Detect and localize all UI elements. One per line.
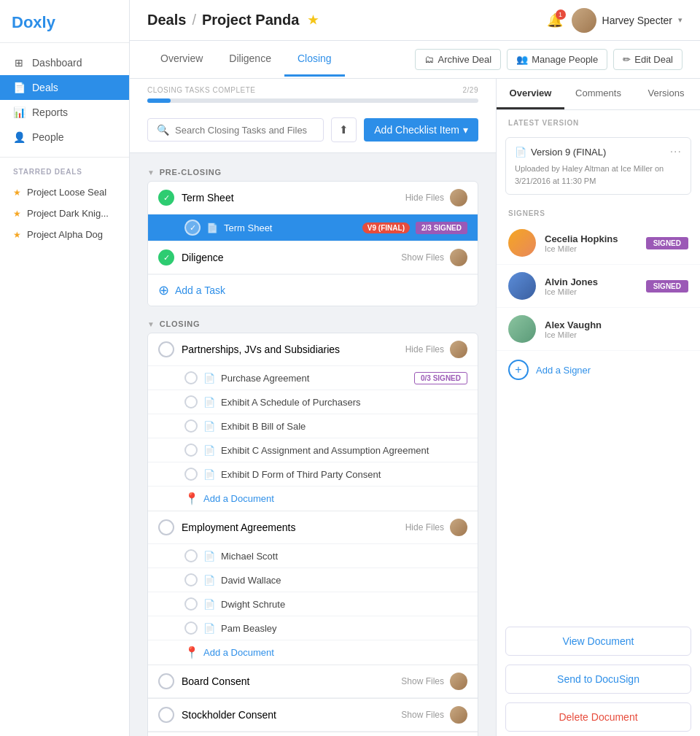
notification-button[interactable]: 🔔 1 (547, 12, 563, 28)
hide-files-toggle[interactable]: Hide Files (405, 193, 444, 203)
sidebar-item-deals[interactable]: 📄 Deals (0, 75, 129, 100)
show-files-toggle[interactable]: Show Files (401, 676, 444, 686)
starred-item-alpha-dog[interactable]: ★ Project Alpha Dog (0, 224, 129, 245)
checked-icon: ✓ (184, 220, 201, 236)
right-panel: Overview Comments Versions Latest Versio… (496, 79, 700, 736)
sidebar-item-dashboard[interactable]: ⊞ Dashboard (0, 50, 129, 75)
doc-item[interactable]: 📄 David Wallace (148, 568, 478, 592)
task-row[interactable]: Stockholder Consent Show Files (148, 698, 478, 732)
signer-row: Alvin Jones Ice Miller SIGNED (497, 265, 700, 308)
tab-overview[interactable]: Overview (497, 79, 564, 109)
file-row[interactable]: ✓ 📄 Term Sheet V9 (FINAL) 2/3 SIGNED (148, 214, 478, 241)
doc-item[interactable]: 📄 Purchase Agreement 0/3 SIGNED (148, 366, 478, 390)
doc-item[interactable]: 📄 Michael Scott (148, 544, 478, 568)
version-name: 📄 Version 9 (FINAL) (515, 147, 606, 158)
add-task-row[interactable]: ⊕ Add a Task (148, 274, 478, 306)
hide-files-toggle[interactable]: Hide Files (405, 344, 444, 355)
search-input[interactable] (175, 125, 314, 136)
doc-item[interactable]: 📄 Exhibit A Schedule of Purchasers (148, 390, 478, 414)
breadcrumb-parent[interactable]: Deals (147, 12, 186, 28)
avatar (450, 341, 467, 358)
avatar (572, 8, 596, 33)
doc-name: Exhibit B Bill of Sale (221, 421, 467, 432)
send-docusign-button[interactable]: Send to DocuSign (505, 665, 691, 694)
dashboard-icon: ⊞ (13, 57, 25, 69)
tab-diligence[interactable]: Diligence (216, 42, 284, 77)
document-icon: 📄 (203, 599, 215, 610)
search-box[interactable]: 🔍 (147, 118, 324, 142)
progress-count: 2/29 (463, 86, 478, 94)
manage-people-button[interactable]: 👥 Manage People (507, 49, 607, 70)
show-files-toggle[interactable]: Show Files (401, 252, 444, 263)
tab-comments[interactable]: Comments (564, 79, 632, 109)
doc-circle (184, 573, 198, 586)
progress-track (147, 98, 478, 103)
doc-item[interactable]: 📄 Dwight Schrute (148, 592, 478, 616)
document-icon: 📄 (203, 397, 215, 408)
doc-name: Dwight Schrute (221, 599, 467, 610)
notification-badge: 1 (556, 9, 566, 20)
star-icon: ★ (13, 230, 21, 240)
doc-circle (184, 468, 198, 481)
add-doc-label: Add a Document (203, 647, 274, 658)
tab-overview[interactable]: Overview (147, 42, 216, 77)
task-row[interactable]: Board Consent Show Files (148, 665, 478, 698)
doc-name: Exhibit C Assignment and Assumption Agre… (221, 445, 467, 456)
pre-closing-tasks: ✓ Term Sheet Hide Files ✓ 📄 Term Sheet V… (147, 181, 478, 306)
add-checklist-button[interactable]: Add Checklist Item ▾ (364, 118, 478, 142)
add-doc-row[interactable]: 📍 Add a Document (148, 640, 478, 665)
doc-circle (184, 621, 198, 635)
right-tabs: Overview Comments Versions (497, 79, 700, 110)
add-checklist-label: Add Checklist Item (374, 124, 459, 136)
more-options-icon[interactable]: ··· (670, 145, 682, 158)
add-doc-row[interactable]: 📍 Add a Document (148, 487, 478, 511)
export-icon: ⬆ (339, 123, 349, 136)
star-icon: ★ (13, 209, 21, 219)
task-row[interactable]: Escrow Agreement Show Files (148, 732, 478, 736)
user-menu[interactable]: Harvey Specter ▾ (572, 8, 682, 33)
add-doc-label: Add a Document (203, 493, 274, 504)
breadcrumb-current: Project Panda (202, 12, 299, 28)
export-button[interactable]: ⬆ (331, 117, 357, 142)
starred-item-loose-seal[interactable]: ★ Project Loose Seal (0, 182, 129, 203)
doc-item[interactable]: 📄 Exhibit C Assignment and Assumption Ag… (148, 438, 478, 462)
doc-item[interactable]: 📄 Pam Beasley (148, 616, 478, 640)
task-row[interactable]: ✓ Term Sheet Hide Files (148, 182, 478, 214)
doc-name: David Wallace (221, 575, 467, 586)
favorite-star-icon[interactable]: ★ (308, 13, 318, 27)
starred-item-label: Project Dark Knig... (27, 208, 109, 219)
doc-item[interactable]: 📄 Exhibit D Form of Third Party Consent (148, 462, 478, 487)
task-row[interactable]: Partnerships, JVs and Subsidiaries Hide … (148, 333, 478, 366)
starred-deals-section: Starred Deals ★ Project Loose Seal ★ Pro… (0, 158, 129, 245)
edit-deal-button[interactable]: ✏ Edit Deal (613, 49, 682, 70)
doc-item[interactable]: 📄 Exhibit B Bill of Sale (148, 414, 478, 438)
closing-section-header[interactable]: ▼ Closing (147, 314, 478, 333)
pre-closing-section-header[interactable]: ▼ Pre-Closing (147, 162, 478, 181)
progress-section: Closing Tasks Complete 2/29 (130, 79, 496, 110)
version-card: 📄 Version 9 (FINAL) ··· Uploaded by Hale… (505, 137, 691, 195)
task-row[interactable]: ✓ Diligence Show Files (148, 241, 478, 274)
task-row[interactable]: Employment Agreements Hide Files (148, 511, 478, 544)
sidebar-item-people[interactable]: 👤 People (0, 125, 129, 150)
hide-files-toggle[interactable]: Hide Files (405, 522, 444, 532)
document-icon: 📄 (203, 575, 215, 586)
archive-deal-button[interactable]: 🗂 Archive Deal (415, 49, 501, 70)
chevron-down-icon: ▾ (678, 15, 682, 25)
starred-item-dark-knight[interactable]: ★ Project Dark Knig... (0, 203, 129, 224)
show-files-toggle[interactable]: Show Files (401, 710, 444, 720)
delete-document-button[interactable]: Delete Document (505, 702, 691, 732)
progress-label: Closing Tasks Complete 2/29 (147, 86, 478, 94)
edit-label: Edit Deal (634, 54, 673, 65)
user-name: Harvey Specter (602, 15, 672, 26)
task-meta: Hide Files (405, 189, 467, 206)
tab-versions[interactable]: Versions (632, 79, 700, 109)
view-document-button[interactable]: View Document (505, 627, 691, 656)
doc-circle (184, 371, 198, 384)
top-header: Deals / Project Panda ★ 🔔 1 Harvey Spect… (130, 0, 700, 41)
closing-tasks: Partnerships, JVs and Subsidiaries Hide … (147, 333, 478, 736)
doc-name: Purchase Agreement (221, 373, 408, 384)
tab-closing[interactable]: Closing (284, 42, 345, 77)
tasks-scroll: ▼ Pre-Closing ✓ Term Sheet Hide Files (130, 153, 496, 736)
add-signer-row[interactable]: + Add a Signer (497, 351, 700, 389)
sidebar-item-reports[interactable]: 📊 Reports (0, 100, 129, 125)
